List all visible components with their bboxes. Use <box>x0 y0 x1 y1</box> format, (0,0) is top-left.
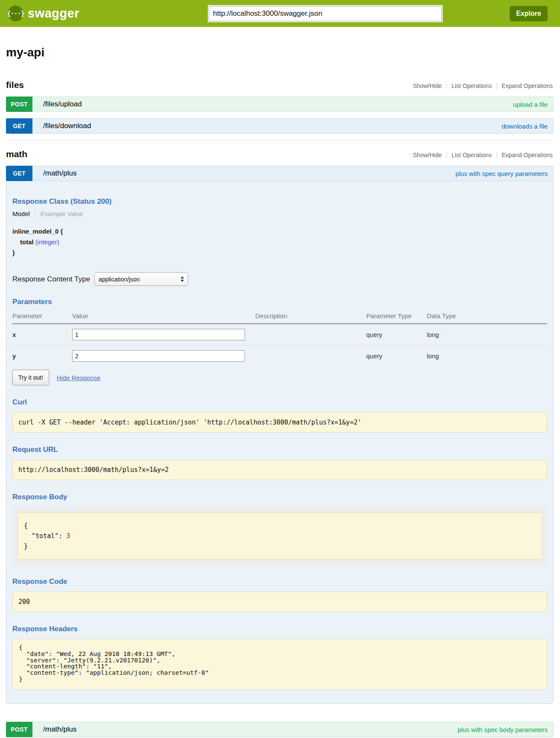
response-content-type-label: Response Content Type <box>12 275 90 284</box>
response-content-type-select[interactable]: application/json <box>94 272 188 286</box>
endpoint-summary[interactable]: downloads a file <box>502 123 548 130</box>
section-title-files[interactable]: files <box>6 80 24 90</box>
json-close-brace: } <box>24 542 28 550</box>
endpoint-get-files-download[interactable]: GET /files/download downloads a file <box>6 118 554 134</box>
model-prop-name: total <box>20 238 34 246</box>
parameters-table: Parameter Value Description Parameter Ty… <box>12 309 547 366</box>
section-divider <box>6 140 554 141</box>
request-url-value: http://localhost:3000/math/plus?x=1&y=2 <box>12 460 547 480</box>
curl-command: curl -X GET --header 'Accept: applicatio… <box>12 412 547 433</box>
json-key: "total": <box>24 532 66 540</box>
model-prop-type: (integer) <box>35 238 59 246</box>
method-badge: GET <box>6 166 32 181</box>
response-class-heading: Response Class (Status 200) <box>12 197 547 206</box>
param-row-y: y query long <box>12 346 547 367</box>
param-type: query <box>366 346 427 367</box>
endpoint-post-math-plus[interactable]: POST /math/plus plus with spec body para… <box>6 722 554 737</box>
param-description <box>255 324 366 346</box>
list-operations-link[interactable]: List Operations <box>446 82 496 89</box>
method-badge: GET <box>6 118 32 134</box>
param-name: x <box>12 324 72 346</box>
tab-model[interactable]: Model <box>12 210 35 217</box>
col-header-value: Value <box>72 309 255 324</box>
response-body-heading: Response Body <box>12 493 547 501</box>
expand-operations-link[interactable]: Expand Operations <box>496 82 554 89</box>
swagger-brand[interactable]: {···} swagger <box>8 0 79 27</box>
try-it-out-button[interactable]: Try it out! <box>12 370 49 385</box>
parameters-heading: Parameters <box>12 298 547 306</box>
endpoint-path[interactable]: /math/plus <box>43 169 76 178</box>
spec-url-input[interactable] <box>209 6 442 21</box>
response-code-heading: Response Code <box>12 577 547 586</box>
param-description <box>255 346 366 367</box>
expand-operations-link[interactable]: Expand Operations <box>496 152 554 158</box>
endpoint-get-math-plus[interactable]: GET /math/plus plus with spec query para… <box>6 166 554 181</box>
model-close-brace: } <box>12 247 547 258</box>
explore-button[interactable]: Explore <box>510 6 548 21</box>
request-url-heading: Request URL <box>12 445 547 454</box>
endpoint-summary[interactable]: plus with spec query parameters <box>455 170 548 177</box>
selected-content-type: application/json <box>99 276 140 283</box>
param-x-input[interactable] <box>72 329 245 340</box>
hide-response-link[interactable]: Hide Response <box>57 374 101 381</box>
section-controls: Show/Hide List Operations Expand Operati… <box>408 152 554 158</box>
endpoint-path[interactable]: /math/plus <box>43 725 76 734</box>
response-headers-json: { "date": "Wed, 22 Aug 2018 18:49:13 GMT… <box>12 639 547 690</box>
endpoint-post-files-upload[interactable]: POST /files/upload upload a file <box>6 97 554 112</box>
col-header-parameter-type: Parameter Type <box>366 309 427 324</box>
response-body-json: { "total": 3 } <box>18 512 542 559</box>
response-headers-heading: Response Headers <box>12 625 547 633</box>
app-header: {···} swagger Explore <box>0 0 560 27</box>
model-tabs: Model Example Value <box>12 210 547 217</box>
param-name: y <box>12 346 72 367</box>
model-signature: inline_model_0 { total (integer) } <box>12 226 547 258</box>
operation-panel: Response Class (Status 200) Model Exampl… <box>6 181 554 704</box>
response-body-container: { "total": 3 } <box>12 507 547 565</box>
method-badge: POST <box>6 722 32 737</box>
param-data-type: long <box>427 346 547 367</box>
brand-title: swagger <box>28 6 79 20</box>
param-y-input[interactable] <box>72 350 245 362</box>
endpoint-path[interactable]: /files/upload <box>43 100 82 108</box>
param-row-x: x query long <box>12 324 547 346</box>
section-math: math Show/Hide List Operations Expand Op… <box>6 149 554 737</box>
param-data-type: long <box>427 324 547 346</box>
endpoint-path[interactable]: /files/download <box>43 122 91 130</box>
section-title-math[interactable]: math <box>6 149 27 159</box>
list-operations-link[interactable]: List Operations <box>446 152 496 158</box>
json-open-brace: { <box>24 522 28 530</box>
tab-example-value[interactable]: Example Value <box>35 210 83 217</box>
show-hide-link[interactable]: Show/Hide <box>408 82 446 89</box>
method-badge: POST <box>6 97 32 112</box>
select-arrows-icon <box>181 276 184 282</box>
endpoint-summary[interactable]: plus with spec body parameters <box>458 726 548 733</box>
show-hide-link[interactable]: Show/Hide <box>408 152 446 158</box>
param-type: query <box>366 324 427 346</box>
col-header-parameter: Parameter <box>12 309 72 324</box>
swagger-logo-icon: {···} <box>8 6 23 21</box>
section-files: files Show/Hide List Operations Expand O… <box>6 80 554 134</box>
json-number-value: 3 <box>66 532 70 540</box>
page-title: my-api <box>6 46 554 59</box>
model-open-brace: inline_model_0 { <box>12 226 547 237</box>
response-code-value: 200 <box>12 592 547 612</box>
col-header-description: Description <box>255 309 366 324</box>
curl-heading: Curl <box>12 398 547 407</box>
section-controls: Show/Hide List Operations Expand Operati… <box>408 82 554 89</box>
endpoint-summary[interactable]: upload a file <box>513 101 548 108</box>
col-header-data-type: Data Type <box>427 309 547 324</box>
